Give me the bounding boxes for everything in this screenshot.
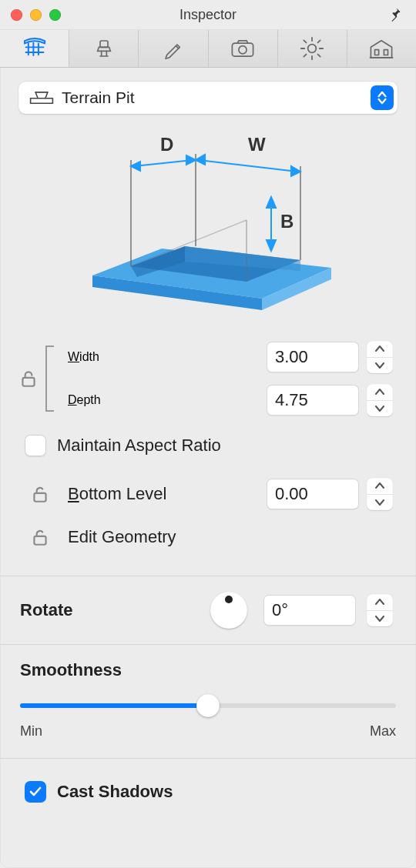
chevron-up-icon <box>367 594 393 611</box>
svg-marker-19 <box>131 162 140 171</box>
diagram-w-label: W <box>248 134 266 155</box>
cast-shadows-checkbox[interactable] <box>25 781 46 803</box>
width-label: Width <box>68 350 259 364</box>
tab-object[interactable] <box>0 30 69 67</box>
tab-building[interactable] <box>347 30 416 67</box>
popup-chevrons-icon <box>371 85 394 110</box>
svg-rect-5 <box>384 50 388 55</box>
titlebar: Inspector <box>0 0 416 29</box>
diagram-b-label: B <box>280 211 294 232</box>
cast-shadows-section: Cast Shadows <box>0 759 416 825</box>
diagram-d-label: D <box>160 134 173 155</box>
slider-max-label: Max <box>370 723 396 739</box>
rotate-row: Rotate <box>0 576 416 644</box>
smoothness-label: Smoothness <box>20 660 396 680</box>
svg-marker-23 <box>291 166 300 176</box>
dial-indicator <box>225 596 233 603</box>
rotate-input[interactable] <box>263 595 356 626</box>
tab-render[interactable] <box>209 30 278 67</box>
svg-rect-4 <box>375 50 379 55</box>
width-input[interactable] <box>267 342 359 372</box>
bottom-level-stepper[interactable] <box>367 478 393 510</box>
svg-rect-28 <box>34 493 45 502</box>
edit-geometry-label: Edit Geometry <box>68 527 259 547</box>
slider-fill <box>20 703 208 708</box>
depth-stepper[interactable] <box>367 384 393 416</box>
svg-marker-25 <box>267 197 276 208</box>
chevron-down-icon <box>367 401 393 417</box>
chevron-up-icon <box>367 384 393 401</box>
cast-shadows-label: Cast Shadows <box>57 782 173 802</box>
object-type-row: Terrain Pit <box>0 68 416 122</box>
svg-marker-22 <box>196 155 205 165</box>
rotate-dial[interactable] <box>210 592 247 629</box>
pin-button[interactable] <box>387 6 404 23</box>
edit-geometry-row[interactable]: Edit Geometry <box>20 516 396 559</box>
width-stepper[interactable] <box>367 341 393 373</box>
tab-edit[interactable] <box>139 30 208 67</box>
svg-marker-26 <box>267 240 276 251</box>
bottom-level-row: Bottom Level <box>20 472 396 516</box>
slider-min-label: Min <box>20 723 42 739</box>
svg-line-21 <box>199 160 297 172</box>
depth-label: Depth <box>68 393 259 407</box>
svg-point-3 <box>308 45 317 53</box>
svg-line-18 <box>134 160 193 166</box>
window-title: Inspector <box>0 7 416 23</box>
object-type-popup[interactable]: Terrain Pit <box>18 82 398 114</box>
object-type-label: Terrain Pit <box>62 88 135 107</box>
edit-geometry-lock-icon[interactable] <box>20 527 60 547</box>
chevron-down-icon <box>367 611 393 627</box>
aspect-ratio-checkbox[interactable] <box>25 435 46 456</box>
svg-rect-29 <box>34 536 45 545</box>
slider-labels: Min Max <box>20 723 396 739</box>
chevron-up-icon <box>367 341 393 358</box>
dimension-diagram: D W B <box>0 122 416 329</box>
cast-shadows-row: Cast Shadows <box>20 773 396 811</box>
aspect-link-bracket <box>20 339 60 419</box>
bottom-level-input[interactable] <box>267 479 359 509</box>
rotate-label: Rotate <box>20 600 200 620</box>
tab-light[interactable] <box>278 30 347 67</box>
depth-input[interactable] <box>267 385 359 416</box>
rotate-stepper[interactable] <box>367 594 393 626</box>
terrain-pit-icon <box>29 89 54 106</box>
svg-rect-27 <box>22 378 34 386</box>
chevron-down-icon <box>367 495 393 511</box>
size-section: Width Depth Maintain Aspect Ratio <box>0 329 416 576</box>
chevron-up-icon <box>367 478 393 495</box>
svg-rect-0 <box>100 41 108 47</box>
inspector-tabs <box>0 29 416 68</box>
smoothness-section: Smoothness Min Max <box>0 645 416 758</box>
aspect-ratio-label: Maintain Aspect Ratio <box>57 436 221 456</box>
inspector-window: Inspector <box>0 0 416 868</box>
chevron-down-icon <box>367 358 393 374</box>
slider-thumb[interactable] <box>196 694 220 717</box>
bottom-level-lock-icon[interactable] <box>20 484 60 504</box>
aspect-lock-icon[interactable] <box>18 369 39 389</box>
bottom-level-label: Bottom Level <box>68 484 259 504</box>
tab-materials[interactable] <box>69 30 139 67</box>
svg-point-2 <box>239 46 247 54</box>
smoothness-slider[interactable] <box>20 694 396 717</box>
aspect-ratio-row: Maintain Aspect Ratio <box>20 426 396 465</box>
